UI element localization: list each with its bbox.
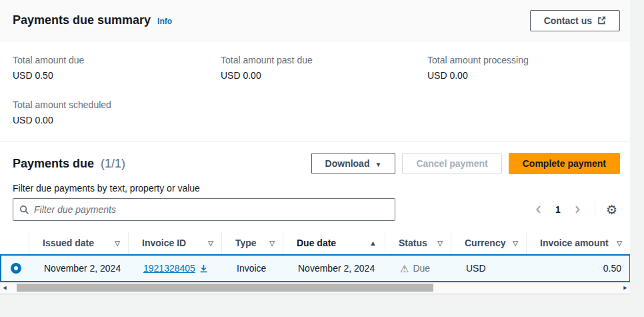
chevron-right-icon [573,204,582,215]
payments-due-section: Payments due (1/1) Download ▼ Cancel pay… [0,141,630,294]
caret-down-icon: ▼ [375,161,381,168]
stat-total-scheduled: Total amount scheduled USD 0.00 [13,99,221,125]
column-header-type[interactable]: Type ▽ [222,232,283,254]
scroll-right-icon[interactable]: ► [621,282,630,293]
invoice-id-link[interactable]: 1921328405 [143,263,208,274]
pager-divider [595,201,595,218]
stat-value: USD 0.00 [221,70,427,81]
status-text: Due [413,263,430,274]
table-header-row: Issued date ▽ Invoice ID ▽ Type ▽ Due da… [0,232,630,254]
column-header-status[interactable]: Status ▽ [385,232,451,254]
info-link[interactable]: Info [157,17,172,26]
stat-total-past-due: Total amount past due USD 0.00 [221,55,427,81]
select-all-column-header [0,232,29,254]
cell-type: Invoice [223,256,285,281]
row-select-radio[interactable] [11,263,21,274]
column-header-invoice-id[interactable]: Invoice ID ▽ [129,232,222,254]
scrollbar-thumb[interactable] [17,284,433,292]
contact-us-button[interactable]: Contact us [530,10,620,31]
section-count: (1/1) [101,157,125,170]
cell-due-date: November 2, 2024 [285,256,387,281]
warning-icon: ⚠ [400,264,409,274]
download-label: Download [325,158,370,169]
stat-total-processing: Total amount processing USD 0.00 [427,55,617,81]
sort-icon: ▽ [437,240,443,247]
stat-label: Total amount past due [221,55,427,65]
pagination: 1 ⚙ [529,200,620,219]
filter-label: Filter due payments by text, property or… [13,183,617,194]
column-header-due-date[interactable]: Due date ▲ [283,232,385,254]
table-toolbar: 1 ⚙ [13,198,620,221]
filter-input[interactable] [34,204,389,215]
row-select-cell [1,256,31,281]
column-label: Invoice amount [540,238,609,248]
settings-gear-icon[interactable]: ⚙ [603,204,620,216]
download-invoice-icon[interactable] [199,264,208,273]
download-button[interactable]: Download ▼ [311,153,396,174]
table-actions: Download ▼ Cancel payment Complete payme… [311,153,620,174]
column-label: Issued date [43,238,94,248]
payments-due-header: Payments due (1/1) Download ▼ Cancel pay… [0,142,630,174]
cell-invoice-amount: 0.50 [528,256,629,281]
complete-payment-button[interactable]: Complete payment [509,153,620,174]
cell-currency: USD [453,256,528,281]
search-icon [19,205,29,215]
column-header-invoice-amount[interactable]: Invoice amount ▽ [527,232,630,254]
filter-input-container [13,198,395,221]
next-page-button[interactable] [568,200,587,219]
invoice-id-text: 1921328405 [143,263,195,274]
stat-value: USD 0.00 [13,115,221,125]
summary-header: Payments due summary Info Contact us [0,0,630,41]
stat-label: Total amount processing [427,55,617,65]
cancel-payment-button[interactable]: Cancel payment [402,153,501,174]
cell-status: ⚠ Due [387,256,453,281]
cell-issued-date: November 2, 2024 [31,256,130,281]
external-link-icon [597,16,606,25]
payments-due-title-group: Payments due (1/1) [13,157,125,171]
column-label: Currency [465,238,505,248]
column-header-issued-date[interactable]: Issued date ▽ [29,232,129,254]
stat-total-due: Total amount due USD 0.50 [13,55,221,81]
sort-icon: ▽ [513,240,518,247]
stat-label: Total amount scheduled [13,99,221,110]
contact-us-label: Contact us [544,15,592,26]
previous-page-button[interactable] [529,200,548,219]
column-label: Status [399,238,427,248]
page-title: Payments due summary [13,13,151,27]
scroll-left-icon[interactable]: ◄ [0,282,9,293]
table-row[interactable]: November 2, 2024 1921328405 Invoice Nove… [0,254,630,282]
sort-icon: ▽ [208,240,213,247]
summary-stats: Total amount due USD 0.50 Total amount p… [0,41,630,141]
sort-icon: ▽ [269,240,275,247]
stat-value: USD 0.50 [13,70,221,81]
sort-icon: ▽ [115,240,120,247]
horizontal-scrollbar[interactable]: ◄ ► [0,282,630,294]
column-label: Type [235,238,257,248]
sort-ascending-icon: ▲ [369,239,377,247]
stat-label: Total amount due [13,55,221,65]
column-header-currency[interactable]: Currency ▽ [451,232,527,254]
chevron-left-icon [534,204,543,215]
sort-icon: ▽ [617,240,622,247]
cell-invoice-id: 1921328405 [130,256,223,281]
current-page[interactable]: 1 [551,204,565,215]
payments-panel: Payments due summary Info Contact us Tot… [0,0,630,294]
column-label: Due date [297,238,336,248]
stat-value: USD 0.00 [427,70,617,81]
summary-title-group: Payments due summary Info [13,13,172,27]
section-title: Payments due [13,157,94,170]
column-label: Invoice ID [142,238,186,248]
